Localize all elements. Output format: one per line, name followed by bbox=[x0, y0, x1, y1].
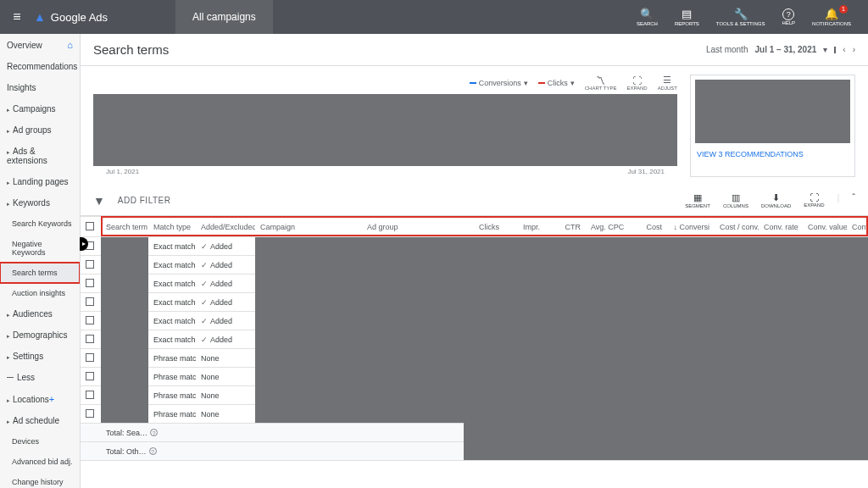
sidebar-item-devices[interactable]: Devices bbox=[0, 431, 80, 452]
cell-added: None bbox=[196, 368, 255, 386]
all-campaigns-selector[interactable]: All campaigns bbox=[175, 0, 273, 34]
columns-button[interactable]: ▥COLUMNS bbox=[723, 192, 748, 208]
sidebar-item-overview[interactable]: Overview⌂ bbox=[0, 34, 80, 56]
row-checkbox[interactable] bbox=[86, 409, 94, 418]
cell-added: Added bbox=[196, 330, 255, 349]
sidebar-item-audiences[interactable]: Audiences bbox=[0, 303, 80, 324]
segment-button[interactable]: ▦SEGMENT bbox=[685, 192, 710, 208]
tools-button[interactable]: 🔧TOOLS & SETTINGS bbox=[716, 8, 765, 26]
sidebar-item-settings[interactable]: Settings bbox=[0, 346, 80, 367]
top-bar: ≡ ▲ Google Ads All campaigns 🔍SEARCH ▤RE… bbox=[0, 0, 868, 34]
chart-dates: Jul 1, 2021 Jul 31, 2021 bbox=[93, 166, 677, 177]
main-chart: Conversions▾ Clicks▾ 〽CHART TYPE ⛶EXPAND… bbox=[93, 75, 677, 177]
col-conv-value-cost[interactable]: Conv. value / cost bbox=[847, 217, 868, 237]
date-range-picker[interactable]: Last month Jul 1 – 31, 2021 ▾ ‹ › bbox=[706, 45, 855, 54]
row-checkbox[interactable] bbox=[86, 372, 94, 380]
sidebar-item-locations[interactable]: Locations+ bbox=[0, 388, 80, 410]
plus-icon[interactable]: + bbox=[49, 394, 54, 404]
col-conv-rate[interactable]: Conv. rate bbox=[759, 217, 803, 237]
row-checkbox[interactable] bbox=[86, 316, 94, 324]
notifications-button[interactable]: 🔔1NOTIFICATIONS bbox=[812, 8, 851, 26]
menu-icon[interactable]: ≡ bbox=[0, 9, 34, 25]
col-match-type[interactable]: Match type bbox=[148, 217, 196, 237]
col-campaign[interactable]: Campaign bbox=[255, 217, 362, 237]
cell-match-type: Phrase match bbox=[148, 386, 196, 405]
total-label: Total: Sea…? bbox=[101, 424, 464, 442]
cell-added: None bbox=[196, 405, 255, 424]
row-checkbox[interactable] bbox=[86, 335, 94, 343]
help-button[interactable]: ?HELP bbox=[782, 8, 795, 25]
row-checkbox[interactable] bbox=[86, 353, 94, 362]
sidebar: Overview⌂RecommendationsInsightsCampaign… bbox=[0, 34, 81, 488]
cell-added: Added bbox=[196, 256, 255, 274]
col-added-excluded[interactable]: Added/Excluded bbox=[196, 217, 255, 237]
row-checkbox[interactable] bbox=[86, 297, 94, 306]
cell-match-type: Exact match bbox=[148, 256, 196, 274]
sidebar-item-search-terms[interactable]: Search terms bbox=[0, 263, 80, 283]
sidebar-item-negative-keywords[interactable]: Negative Keywords bbox=[0, 234, 80, 263]
logo[interactable]: ▲ Google Ads bbox=[34, 10, 175, 24]
view-recommendations-link[interactable]: VIEW 3 RECOMMENDATIONS bbox=[695, 150, 850, 158]
table-row: Exact matchAdded bbox=[81, 237, 868, 256]
col-clicks[interactable]: Clicks bbox=[464, 217, 504, 237]
reports-icon: ▤ bbox=[682, 8, 692, 19]
cell-added: Added bbox=[196, 293, 255, 312]
recommendations-card: VIEW 3 RECOMMENDATIONS bbox=[690, 75, 855, 177]
wrench-icon: 🔧 bbox=[734, 8, 748, 19]
cell-ad-group bbox=[362, 237, 464, 424]
sidebar-item-advanced-bid-adj-[interactable]: Advanced bid adj. bbox=[0, 452, 80, 472]
reco-placeholder bbox=[695, 80, 850, 143]
table-tools: ▦SEGMENT ▥COLUMNS ⬇DOWNLOAD ⛶EXPAND | ˆ bbox=[685, 192, 855, 208]
expand-chart-button[interactable]: ⛶EXPAND bbox=[626, 75, 647, 91]
add-filter-button[interactable]: ADD FILTER bbox=[118, 196, 171, 205]
row-checkbox[interactable] bbox=[86, 260, 94, 269]
sidebar-item-change-history[interactable]: Change history bbox=[0, 472, 80, 488]
expand-table-button[interactable]: ⛶EXPAND bbox=[804, 192, 824, 208]
help-icon: ? bbox=[782, 8, 794, 20]
col-search-term[interactable]: Search term bbox=[101, 217, 148, 237]
prev-period-button[interactable]: ‹ bbox=[843, 45, 845, 54]
search-button[interactable]: 🔍SEARCH bbox=[637, 8, 658, 26]
main-content: Search terms Last month Jul 1 – 31, 2021… bbox=[81, 34, 868, 488]
info-icon[interactable]: ? bbox=[149, 447, 157, 455]
cell-match-type: Exact match bbox=[148, 312, 196, 330]
sidebar-item-ad-schedule[interactable]: Ad schedule bbox=[0, 410, 80, 431]
adjust-chart-button[interactable]: ☰ADJUST bbox=[658, 75, 677, 91]
metric-conversions[interactable]: Conversions▾ bbox=[470, 79, 528, 87]
sidebar-item-insights[interactable]: Insights bbox=[0, 77, 80, 98]
chart-type-button[interactable]: 〽CHART TYPE bbox=[585, 75, 617, 91]
cell-added: Added bbox=[196, 312, 255, 330]
info-icon[interactable]: ? bbox=[150, 429, 158, 436]
sidebar-item-recommendations[interactable]: Recommendations bbox=[0, 56, 80, 77]
filter-icon[interactable]: ▼ bbox=[93, 194, 105, 208]
col-conversions[interactable]: Conversi bbox=[667, 217, 715, 237]
sidebar-item-landing-pages[interactable]: Landing pages bbox=[0, 171, 80, 192]
col-ctr[interactable]: CTR bbox=[545, 217, 586, 237]
collapse-icon[interactable]: ˆ bbox=[852, 192, 855, 208]
download-button[interactable]: ⬇DOWNLOAD bbox=[761, 192, 791, 208]
sidebar-item-keywords[interactable]: Keywords bbox=[0, 192, 80, 214]
col-cost-conv[interactable]: Cost / conv. bbox=[715, 217, 759, 237]
col-conv-value[interactable]: Conv. value bbox=[803, 217, 847, 237]
sidebar-item-campaigns[interactable]: Campaigns bbox=[0, 98, 80, 119]
sidebar-item-demographics[interactable]: Demographics bbox=[0, 324, 80, 346]
next-period-button[interactable]: › bbox=[853, 45, 855, 54]
reports-button[interactable]: ▤REPORTS bbox=[675, 8, 699, 26]
row-checkbox[interactable] bbox=[86, 279, 94, 287]
sidebar-item-ad-groups[interactable]: Ad groups bbox=[0, 119, 80, 141]
metric-clicks[interactable]: Clicks▾ bbox=[538, 79, 575, 87]
expand-icon: ⛶ bbox=[632, 75, 642, 86]
sidebar-item-less[interactable]: Less bbox=[0, 367, 80, 388]
row-checkbox[interactable] bbox=[86, 391, 94, 399]
cell-match-type: Phrase match bbox=[148, 368, 196, 386]
total-label: Total: Oth…? bbox=[101, 442, 464, 461]
sidebar-item-auction-insights[interactable]: Auction insights bbox=[0, 283, 80, 303]
col-avg-cpc[interactable]: Avg. CPC bbox=[586, 217, 626, 237]
sidebar-item-search-keywords[interactable]: Search Keywords bbox=[0, 214, 80, 234]
chart-icon: 〽 bbox=[596, 75, 605, 86]
col-ad-group[interactable]: Ad group bbox=[362, 217, 464, 237]
select-all-checkbox[interactable] bbox=[86, 222, 94, 230]
col-cost[interactable]: Cost bbox=[626, 217, 667, 237]
sidebar-item-ads-extensions[interactable]: Ads & extensions bbox=[0, 141, 80, 171]
col-impr[interactable]: Impr. bbox=[504, 217, 545, 237]
